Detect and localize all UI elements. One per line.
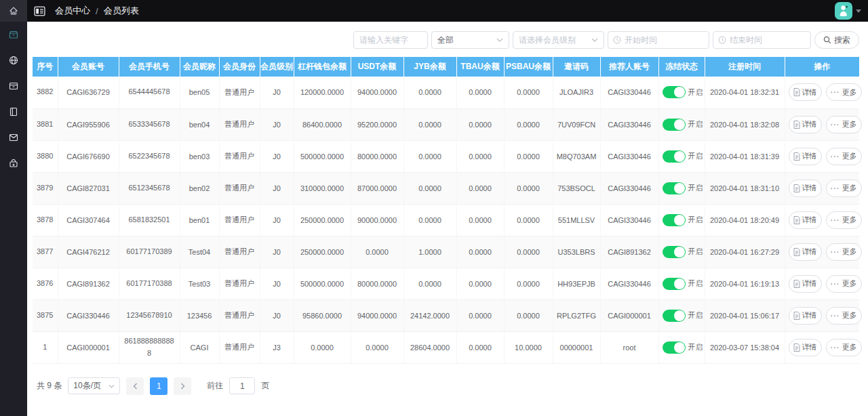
sidebar-home[interactable]: [0, 0, 27, 22]
freeze-toggle-on[interactable]: [663, 278, 686, 290]
detail-button[interactable]: 详情: [789, 339, 822, 356]
detail-button-label: 详情: [802, 87, 817, 98]
table-row: 3882CAGI6367296544445678ben05普通用户J012000…: [33, 77, 859, 108]
detail-button-label: 详情: [802, 119, 817, 129]
cell-usdt: 80000.0000: [351, 268, 403, 299]
freeze-toggle-on[interactable]: [663, 182, 686, 194]
cell-identity: 普通用户: [219, 204, 260, 236]
document-icon: [793, 184, 800, 192]
table-row: 3876CAGI89136260177170388Test03普通用户J0500…: [33, 268, 859, 299]
cell-phone: 12345678910: [119, 299, 180, 331]
cell-usdt: 80000.0000: [351, 140, 403, 172]
more-button[interactable]: ···更多: [826, 211, 862, 229]
next-page-button[interactable]: [174, 377, 191, 395]
start-time-input[interactable]: [608, 31, 709, 49]
detail-button[interactable]: 详情: [789, 180, 822, 197]
cell-invite: HH93EPJB: [553, 268, 600, 299]
cell-identity: 普通用户: [219, 268, 260, 299]
cell-invite: 00000001: [553, 331, 600, 363]
search-icon: [823, 36, 831, 44]
cell-level: J0: [260, 299, 294, 331]
cell-phone: 6522345678: [119, 140, 180, 172]
cell-phone: 6533345678: [119, 108, 180, 140]
cell-level: J0: [260, 77, 294, 108]
more-button[interactable]: ···更多: [826, 243, 862, 261]
end-time-input[interactable]: [713, 31, 811, 49]
prev-page-button[interactable]: [126, 377, 144, 395]
cell-invite: M8Q703AM: [553, 140, 600, 172]
collapse-sidebar-button[interactable]: [34, 6, 45, 16]
cell-level: J0: [260, 172, 294, 204]
level-select[interactable]: 请选择会员级别: [513, 31, 604, 49]
cell-nickname: ben01: [180, 204, 219, 236]
cell-nickname: ben05: [180, 77, 219, 108]
sidebar-item-globe[interactable]: [0, 47, 27, 73]
scope-select[interactable]: 全部: [431, 31, 509, 49]
cell-identity: 普通用户: [219, 236, 260, 268]
freeze-toggle-on[interactable]: [663, 150, 686, 163]
breadcrumb-section[interactable]: 会员中心: [55, 5, 90, 17]
detail-button[interactable]: 详情: [789, 307, 822, 325]
ellipsis-icon: ···: [831, 312, 840, 320]
more-button[interactable]: ···更多: [826, 339, 862, 356]
cell-tbau: 0.0000: [456, 331, 504, 363]
sidebar-item-notebook[interactable]: [0, 99, 27, 125]
breadcrumb: 会员中心 / 会员列表: [55, 5, 139, 17]
freeze-toggle-on[interactable]: [663, 86, 686, 98]
freeze-toggle-on[interactable]: [663, 214, 686, 226]
ellipsis-icon: ···: [831, 216, 840, 224]
detail-button[interactable]: 详情: [789, 243, 822, 261]
cell-nickname: 123456: [180, 299, 219, 331]
freeze-toggle-on[interactable]: [663, 341, 686, 354]
cell-tbau: 0.0000: [456, 77, 504, 108]
sidebar-item-archive[interactable]: [0, 73, 27, 99]
cell-usdt: 95200.0000: [351, 108, 403, 140]
freeze-status-label: 开启: [688, 184, 703, 192]
table-row: 3879CAGI8270316512345678ben02普通用户J031000…: [33, 172, 859, 204]
detail-button[interactable]: 详情: [789, 116, 822, 133]
search-button[interactable]: 搜索: [814, 31, 859, 49]
freeze-toggle-on[interactable]: [663, 246, 686, 258]
sidebar-item-package[interactable]: [0, 150, 27, 176]
goto-page-input[interactable]: [229, 377, 255, 394]
goto-label: 前往: [207, 380, 223, 392]
sidebar-item-mail[interactable]: [0, 125, 27, 150]
table-row: 3881CAGI9559066533345678ben04普通用户J086400…: [33, 108, 859, 140]
detail-button[interactable]: 详情: [789, 275, 822, 293]
detail-button[interactable]: 详情: [789, 83, 822, 101]
col-level: 会员级别: [260, 57, 294, 77]
freeze-toggle-on[interactable]: [663, 119, 686, 131]
sidebar-item-member[interactable]: [0, 22, 27, 47]
keyword-input[interactable]: [353, 31, 428, 49]
more-button[interactable]: ···更多: [826, 83, 862, 101]
scope-select-value: 全部: [437, 35, 454, 46]
cell-registered: 2020-04-01 18:32:08: [705, 108, 785, 140]
cell-level: J0: [260, 140, 294, 172]
more-button[interactable]: ···更多: [826, 148, 862, 165]
more-button[interactable]: ···更多: [826, 116, 862, 133]
cell-identity: 普通用户: [219, 77, 260, 108]
user-menu[interactable]: [835, 2, 861, 20]
more-button[interactable]: ···更多: [826, 180, 862, 197]
cell-usdt: 94000.0000: [351, 299, 403, 331]
more-button[interactable]: ···更多: [826, 307, 862, 325]
chevron-down-icon: [496, 38, 503, 42]
cell-nickname: ben04: [180, 108, 219, 140]
cell-referrer: CAGI330446: [600, 268, 658, 299]
cell-actions: 详情···更多: [785, 331, 859, 363]
cell-jyb: 28604.0000: [403, 331, 456, 363]
package-icon: [8, 158, 19, 169]
page-button-1[interactable]: 1: [150, 377, 167, 395]
cell-account: CAGI827031: [58, 172, 119, 204]
more-button[interactable]: ···更多: [826, 275, 862, 293]
detail-button[interactable]: 详情: [789, 148, 822, 165]
page-size-select[interactable]: 10条/页: [68, 377, 120, 394]
detail-button[interactable]: 详情: [789, 211, 822, 229]
cell-wallet: 500000.0000: [294, 268, 351, 299]
cell-freeze: 开启: [658, 140, 705, 172]
globe-icon: [8, 55, 19, 66]
cell-wallet: 120000.0000: [294, 77, 351, 108]
more-button-label: 更多: [842, 183, 857, 193]
freeze-toggle-on[interactable]: [663, 310, 686, 322]
cell-wallet: 86400.0000: [294, 108, 351, 140]
